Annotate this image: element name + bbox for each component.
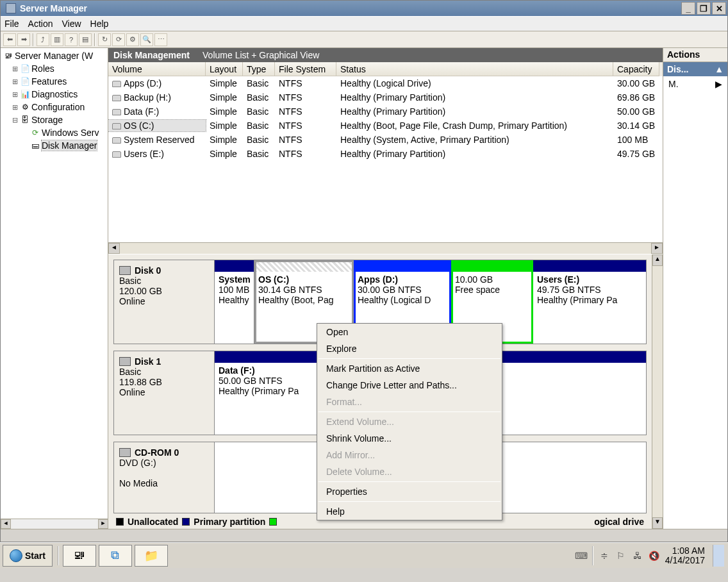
properties-button[interactable]: ?	[65, 33, 78, 46]
clock-date: 4/14/2017	[665, 556, 705, 565]
graphical-vscroll[interactable]: ▲▼	[652, 254, 663, 529]
expand-icon[interactable]: ⊞	[11, 90, 19, 99]
tree-hscroll[interactable]: ◄►	[1, 519, 108, 529]
toolbar: ⬅ ➡ ⤴ ▥ ? ▤ ↻ ⟳ ⚙ 🔍 ⋯	[1, 31, 727, 48]
show-desktop-button[interactable]	[713, 545, 724, 567]
volume-row[interactable]: Backup (H:)SimpleBasicNTFSHealthy (Prima…	[108, 90, 663, 104]
ctx-shrink[interactable]: Shrink Volume...	[317, 430, 502, 447]
nav-tree[interactable]: 🖳Server Manager (W ⊞📄Roles ⊞📄Features ⊞📊…	[1, 48, 108, 519]
tree-configuration[interactable]: ⊞⚙Configuration	[1, 101, 108, 113]
tree-disk-management[interactable]: 🖴Disk Manager	[1, 139, 108, 152]
up-button[interactable]: ⤴	[37, 33, 49, 46]
menu-help[interactable]: Help	[90, 19, 109, 29]
tree-features[interactable]: ⊞📄Features	[1, 75, 108, 88]
partition-stripe	[215, 260, 254, 272]
menu-file[interactable]: File	[4, 19, 19, 29]
volume-row[interactable]: Apps (D:)SimpleBasicNTFSHealthy (Logical…	[108, 76, 663, 90]
col-capacity[interactable]: Capacity	[613, 62, 659, 76]
toolbar-sep	[33, 33, 34, 46]
ctx-help[interactable]: Help	[317, 503, 502, 520]
tree-root[interactable]: 🖳Server Manager (W	[1, 49, 108, 62]
actions-disk[interactable]: Dis...▲	[663, 62, 727, 76]
gear-icon: ⚙	[20, 102, 30, 112]
statusbar	[1, 529, 727, 542]
ctx-sep	[318, 412, 500, 412]
volume-icon	[112, 81, 121, 87]
roles-icon: 📄	[20, 63, 30, 74]
volume-icon	[112, 95, 121, 101]
settings-button[interactable]: ⚙	[126, 33, 139, 46]
expand-icon[interactable]: ⊞	[11, 103, 19, 112]
show-hide-action-pane-button[interactable]: ▤	[79, 33, 92, 46]
flag-icon[interactable]: ⚐	[615, 550, 627, 561]
back-button[interactable]: ⬅	[3, 33, 16, 46]
scroll-left-icon[interactable]: ◄	[1, 519, 11, 529]
tree-windows-server-backup[interactable]: ⟳Windows Serv	[1, 126, 108, 139]
volume-icon	[112, 123, 121, 129]
scroll-up-icon[interactable]: ▲	[652, 254, 663, 266]
maximize-button[interactable]: ❐	[697, 2, 711, 15]
tree-diagnostics[interactable]: ⊞📊Diagnostics	[1, 88, 108, 101]
menu-view[interactable]: View	[62, 19, 81, 29]
content-subtitle: Volume List + Graphical View	[203, 50, 319, 60]
ctx-change-letter[interactable]: Change Drive Letter and Paths...	[317, 377, 502, 394]
clock[interactable]: 1:08 AM 4/14/2017	[665, 546, 705, 565]
voltable-hscroll[interactable]: ◄►	[108, 242, 663, 254]
tree-storage[interactable]: ⊟🗄Storage	[1, 113, 108, 126]
volume-table-body[interactable]: Apps (D:)SimpleBasicNTFSHealthy (Logical…	[108, 76, 663, 242]
volume-row[interactable]: Users (E:)SimpleBasicNTFSHealthy (Primar…	[108, 147, 663, 161]
window-title: Server Manager	[20, 3, 87, 13]
tree-roles[interactable]: ⊞📄Roles	[1, 62, 108, 75]
volume-icon[interactable]: 🔇	[649, 550, 660, 561]
partition[interactable]: System100 MBHealthy	[215, 260, 254, 344]
actions-pane: Actions Dis...▲ M.▶	[663, 48, 727, 529]
actions-more[interactable]: M.▶	[663, 76, 727, 92]
scroll-down-icon[interactable]: ▼	[652, 517, 663, 529]
volume-icon	[112, 109, 121, 115]
taskbar-server-manager[interactable]: 🖳	[63, 545, 96, 567]
show-hide-console-tree-button[interactable]: ▥	[51, 33, 63, 46]
col-status[interactable]: Status	[336, 62, 613, 76]
collapse-icon[interactable]: ⊟	[11, 116, 19, 124]
legend-logical: ogical drive	[594, 517, 644, 527]
ctx-sep	[318, 481, 500, 482]
show-hidden-icons[interactable]: ≑	[599, 550, 610, 561]
disk-info: CD-ROM 0DVD (G:)No Media	[113, 442, 215, 513]
ctx-explore[interactable]: Explore	[317, 340, 502, 357]
help2-button[interactable]: ⋯	[154, 33, 167, 46]
forward-button[interactable]: ➡	[17, 33, 30, 46]
taskbar-powershell[interactable]: ⧉	[99, 545, 132, 567]
volume-row[interactable]: OS (C:)SimpleBasicNTFSHealthy (Boot, Pag…	[108, 119, 663, 133]
col-volume[interactable]: Volume	[108, 62, 206, 76]
close-button[interactable]: ✕	[712, 2, 726, 15]
menu-action[interactable]: Action	[28, 19, 53, 29]
expand-icon[interactable]: ⊞	[11, 78, 19, 86]
ctx-open[interactable]: Open	[317, 324, 502, 340]
volume-row[interactable]: Data (F:)SimpleBasicNTFSHealthy (Primary…	[108, 104, 663, 119]
keyboard-icon[interactable]: ⌨	[575, 550, 587, 561]
expand-icon[interactable]: ⊞	[11, 65, 19, 73]
start-button[interactable]: Start	[3, 545, 53, 567]
partition[interactable]: Users (E:)49.75 GB NTFSHealthy (Primary …	[533, 260, 646, 344]
partition-stripe	[451, 260, 533, 272]
disk-info: Disk 0Basic120.00 GBOnline	[113, 260, 215, 344]
scroll-right-icon[interactable]: ►	[651, 243, 663, 254]
rescan-button[interactable]: ⟳	[112, 33, 125, 46]
refresh-button[interactable]: ↻	[98, 33, 111, 46]
scroll-left-icon[interactable]: ◄	[108, 243, 120, 254]
network-icon[interactable]: 🖧	[632, 550, 643, 561]
col-layout[interactable]: Layout	[206, 62, 243, 76]
col-type[interactable]: Type	[243, 62, 275, 76]
context-menu[interactable]: Open Explore Mark Partition as Active Ch…	[317, 323, 502, 520]
col-fs[interactable]: File System	[275, 62, 336, 76]
find-button[interactable]: 🔍	[140, 33, 153, 46]
minimize-button[interactable]: _	[681, 2, 695, 15]
ctx-properties[interactable]: Properties	[317, 483, 502, 500]
taskbar-explorer[interactable]: 📁	[135, 545, 168, 567]
tray-sep	[592, 546, 593, 565]
volume-row[interactable]: System ReservedSimpleBasicNTFSHealthy (S…	[108, 133, 663, 147]
toolbar-sep	[94, 33, 95, 46]
ctx-mark-active[interactable]: Mark Partition as Active	[317, 360, 502, 377]
scroll-right-icon[interactable]: ►	[98, 519, 108, 529]
diagnostics-icon: 📊	[20, 89, 30, 99]
